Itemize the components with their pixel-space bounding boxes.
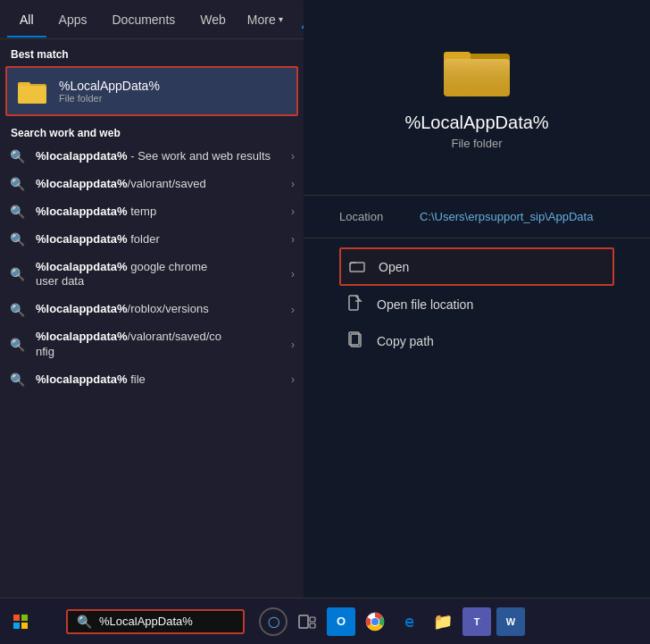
chevron-right-icon: › xyxy=(291,150,295,163)
right-title: %LocalAppData% xyxy=(404,113,548,133)
svg-rect-19 xyxy=(310,623,315,628)
taskbar-search-input[interactable]: %LocalAppData% xyxy=(99,615,215,628)
svg-rect-16 xyxy=(21,623,28,629)
cortana-icon[interactable]: ◯ xyxy=(259,607,288,636)
file-explorer-icon[interactable]: 📁 xyxy=(429,607,457,636)
result-text: %localappdata%/valorant/saved xyxy=(36,177,291,192)
right-actions: Open Open file location Copy path xyxy=(304,238,650,368)
open-file-location-action[interactable]: Open file location xyxy=(339,286,614,322)
left-panel: All Apps Documents Web More ▾ 👤 Best mat… xyxy=(0,0,304,644)
right-subtitle: File folder xyxy=(451,137,502,150)
nav-tabs: All Apps Documents Web More ▾ 👤 xyxy=(0,0,304,39)
chevron-right-icon: › xyxy=(291,373,295,386)
best-match-item[interactable]: %LocalAppData% File folder xyxy=(5,66,298,116)
search-icon: 🔍 xyxy=(9,267,25,281)
search-result-item[interactable]: 🔍 %localappdata%/roblox/versions › xyxy=(0,296,304,323)
chevron-right-icon: › xyxy=(291,339,295,351)
open-label: Open xyxy=(379,260,409,274)
svg-point-22 xyxy=(372,618,379,624)
search-result-item[interactable]: 🔍 %localappdata%/valorant/saved/config › xyxy=(0,323,304,366)
search-result-item[interactable]: 🔍 %localappdata% folder › xyxy=(0,226,304,254)
word-icon[interactable]: W xyxy=(496,607,525,636)
search-result-item[interactable]: 🔍 %localappdata% file › xyxy=(0,366,304,394)
result-text: %localappdata% file xyxy=(36,372,291,388)
edge-icon[interactable]: 𝖾 xyxy=(395,607,423,636)
result-text: %localappdata% google chromeuser data xyxy=(36,260,291,290)
search-result-item[interactable]: 🔍 %localappdata% - See work and web resu… xyxy=(0,143,304,171)
right-info: Location C:\Users\erpsupport_sip\AppData xyxy=(304,196,650,238)
svg-rect-13 xyxy=(13,615,20,621)
search-icon: 🔍 xyxy=(9,232,25,247)
folder-icon-small xyxy=(16,75,48,107)
taskbar-search-box[interactable]: 🔍 %LocalAppData% xyxy=(66,609,245,634)
svg-rect-14 xyxy=(21,615,28,621)
chevron-right-icon: › xyxy=(291,304,295,316)
copy-icon xyxy=(346,331,364,350)
taskbar-icons: ◯ O 𝖾 📁 xyxy=(259,607,525,636)
svg-rect-15 xyxy=(13,623,20,629)
search-icon: 🔍 xyxy=(9,205,25,219)
svg-rect-17 xyxy=(299,615,308,628)
taskbar: 🔍 %LocalAppData% ◯ O xyxy=(0,598,650,644)
location-label: Location xyxy=(339,210,402,223)
outlook-icon[interactable]: O xyxy=(327,607,355,636)
location-row: Location C:\Users\erpsupport_sip\AppData xyxy=(339,210,614,223)
search-result-item[interactable]: 🔍 %localappdata%/valorant/saved › xyxy=(0,171,304,198)
teams-icon[interactable]: T xyxy=(462,607,491,636)
svg-rect-8 xyxy=(444,59,510,96)
result-text: %localappdata% folder xyxy=(36,232,291,247)
tab-web[interactable]: Web xyxy=(188,2,238,38)
search-result-item[interactable]: 🔍 %localappdata% temp › xyxy=(0,198,304,226)
tab-documents[interactable]: Documents xyxy=(99,2,188,38)
start-button[interactable] xyxy=(7,608,34,635)
search-icon: 🔍 xyxy=(9,303,25,317)
open-action[interactable]: Open xyxy=(339,247,614,286)
right-panel: %LocalAppData% File folder Location C:\U… xyxy=(304,0,650,598)
search-icon: 🔍 xyxy=(9,338,25,352)
tab-more[interactable]: More ▾ xyxy=(238,2,292,38)
svg-rect-18 xyxy=(310,617,315,622)
search-result-item[interactable]: 🔍 %localappdata% google chromeuser data … xyxy=(0,254,304,297)
taskbar-search-icon: 🔍 xyxy=(77,615,92,629)
result-text: %localappdata% temp xyxy=(36,205,291,220)
best-match-text: %LocalAppData% File folder xyxy=(59,79,160,104)
copy-path-label: Copy path xyxy=(377,334,434,348)
file-location-icon xyxy=(346,295,364,314)
best-match-label: Best match xyxy=(0,39,304,66)
open-file-location-label: Open file location xyxy=(377,297,473,312)
search-icon: 🔍 xyxy=(9,177,25,191)
search-icon: 🔍 xyxy=(9,372,25,387)
chevron-right-icon: › xyxy=(291,233,295,246)
result-text: %localappdata%/valorant/saved/config xyxy=(36,330,291,360)
svg-rect-4 xyxy=(18,86,46,104)
chevron-right-icon: › xyxy=(291,268,295,280)
location-value[interactable]: C:\Users\erpsupport_sip\AppData xyxy=(420,210,593,223)
tab-apps[interactable]: Apps xyxy=(46,2,100,38)
result-text: %localappdata%/roblox/versions xyxy=(36,302,291,317)
copy-path-action[interactable]: Copy path xyxy=(339,322,614,359)
search-icon: 🔍 xyxy=(9,149,25,163)
task-view-icon[interactable] xyxy=(293,607,321,636)
result-text: %localappdata% - See work and web result… xyxy=(36,149,291,164)
svg-rect-9 xyxy=(350,263,364,272)
chrome-icon[interactable] xyxy=(361,607,389,636)
right-top-section: %LocalAppData% File folder xyxy=(304,0,650,195)
folder-open-icon xyxy=(348,258,366,275)
chevron-right-icon: › xyxy=(291,178,295,190)
search-results-list: 🔍 %localappdata% - See work and web resu… xyxy=(0,143,304,644)
chevron-right-icon: › xyxy=(291,205,295,218)
right-folder-icon xyxy=(441,36,512,98)
chevron-down-icon: ▾ xyxy=(279,14,283,24)
search-web-label: Search work and web xyxy=(0,121,304,143)
tab-all[interactable]: All xyxy=(7,2,46,38)
best-match-title: %LocalAppData% xyxy=(59,79,160,93)
best-match-subtitle: File folder xyxy=(59,93,160,104)
